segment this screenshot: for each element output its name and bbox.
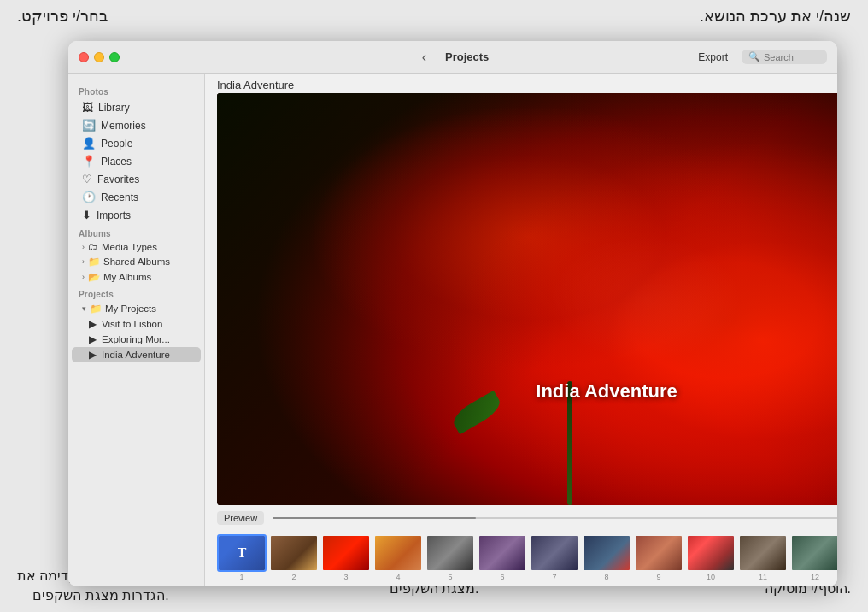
filmstrip-thumb-2[interactable]: [269, 534, 319, 572]
sidebar-item-library[interactable]: 🖼 Library: [72, 98, 201, 116]
back-button[interactable]: ‹: [417, 48, 431, 67]
content-area: India Adventure 44 slides · 2:38m India …: [205, 74, 837, 586]
filmstrip-thumb-10[interactable]: [686, 534, 736, 572]
filmstrip-thumb-5[interactable]: [425, 534, 475, 572]
annotation-top-left: בחר/י פרויקט.: [17, 7, 108, 26]
slide-number: 2: [269, 573, 319, 581]
slide-number: 7: [530, 573, 579, 581]
slide-4-thumbnail: [375, 536, 421, 570]
chevron-icon: ›: [82, 257, 85, 266]
sidebar-item-shared-albums[interactable]: › 📁 Shared Albums: [72, 254, 201, 269]
search-bar[interactable]: 🔍: [742, 50, 827, 64]
sidebar-item-places[interactable]: 📍 Places: [72, 152, 201, 170]
preview-area: India Adventure: [217, 93, 837, 505]
slideshow-icon: ▶: [89, 333, 97, 345]
filmstrip-thumb-7[interactable]: [530, 534, 579, 572]
sidebar-item-label: My Albums: [103, 272, 151, 282]
search-input[interactable]: [764, 52, 824, 62]
sidebar-item-label: Favorites: [97, 174, 139, 185]
maximize-button[interactable]: [109, 52, 120, 62]
slide-number: 3: [321, 573, 371, 581]
sidebar-item-my-projects[interactable]: ▾ 📁 My Projects: [72, 301, 201, 316]
slide-8-thumbnail: [584, 536, 630, 570]
sidebar-item-exploring[interactable]: ▶ Exploring Mor...: [72, 332, 201, 347]
sidebar-item-label: Visit to Lisbon: [102, 319, 162, 329]
filmstrip-slide: 9: [634, 534, 683, 581]
titlebar-center: ‹ Projects: [417, 48, 490, 67]
filmstrip-thumb-8[interactable]: [582, 534, 631, 572]
sidebar-item-media-types[interactable]: › 🗂 Media Types: [72, 240, 201, 254]
slide-number: 12: [790, 573, 837, 581]
filmstrip-slide: 5: [425, 534, 475, 581]
filmstrip-slide: T 1: [217, 534, 267, 581]
slide-number: 8: [582, 573, 631, 581]
traffic-lights: [79, 52, 120, 62]
filmstrip-thumb-1[interactable]: T: [217, 534, 267, 572]
slide-number: 4: [373, 573, 423, 581]
sidebar-item-label: Places: [101, 156, 132, 168]
slide-number: 5: [425, 573, 475, 581]
window-title: Projects: [445, 50, 489, 63]
sidebar-item-my-albums[interactable]: › 📂 My Albums: [72, 269, 201, 285]
sidebar-item-label: Media Types: [102, 242, 157, 252]
favorites-icon: ♡: [82, 173, 92, 185]
sidebar-item-memories[interactable]: 🔄 Memories: [72, 116, 201, 134]
sidebar-item-label: Shared Albums: [103, 256, 170, 267]
flower-overlay: [217, 93, 837, 505]
filmstrip-thumb-9[interactable]: [634, 534, 683, 572]
slideshow-title-overlay: India Adventure: [536, 380, 677, 403]
app-window: ‹ Projects Export 🔍 Photos 🖼 Library 🔄 M…: [68, 41, 837, 586]
project-title: India Adventure: [217, 79, 294, 91]
filmstrip-thumb-4[interactable]: [373, 534, 423, 572]
memories-icon: 🔄: [82, 119, 96, 132]
titlebar: ‹ Projects Export 🔍: [68, 41, 837, 74]
slideshow-icon: ▶: [89, 349, 97, 361]
my-albums-icon: 📂: [88, 271, 100, 283]
sidebar-item-label: People: [101, 138, 132, 150]
sidebar-item-india-adventure[interactable]: ▶ India Adventure: [72, 347, 201, 362]
filmstrip-slide: 10: [686, 534, 736, 581]
filmstrip-thumb-11[interactable]: [738, 534, 788, 572]
slide-5-thumbnail: [427, 536, 473, 570]
slide-9-thumbnail: [636, 536, 682, 570]
close-button[interactable]: [79, 52, 89, 62]
search-icon: 🔍: [748, 51, 760, 62]
filmstrip-thumb-6[interactable]: [478, 534, 527, 572]
shared-albums-icon: 📁: [88, 256, 100, 268]
annotation-top-right: שנה/י את ערכת הנושא.: [700, 7, 851, 26]
sidebar-item-people[interactable]: 👤 People: [72, 134, 201, 152]
titlebar-right: Export 🔍: [693, 50, 827, 65]
sidebar-item-label: Recents: [101, 191, 138, 203]
minimize-button[interactable]: [94, 52, 104, 62]
sidebar-item-recents[interactable]: 🕐 Recents: [72, 188, 201, 206]
filmstrip-thumb-3[interactable]: [321, 534, 371, 572]
filmstrip-thumb-12[interactable]: [790, 534, 837, 572]
sidebar-item-favorites[interactable]: ♡ Favorites: [72, 170, 201, 188]
export-button[interactable]: Export: [693, 50, 733, 65]
photos-section-label: Photos: [68, 82, 204, 98]
slide-number: 9: [634, 573, 683, 581]
project-header: India Adventure 44 slides · 2:38m: [205, 74, 837, 93]
imports-icon: ⬇: [82, 209, 91, 221]
sidebar: Photos 🖼 Library 🔄 Memories 👤 People 📍 P…: [68, 74, 205, 586]
sidebar-item-label: Exploring Mor...: [102, 334, 170, 344]
sidebar-item-label: Library: [98, 102, 130, 114]
slide-number: 11: [738, 573, 788, 581]
slide-number: 1: [217, 573, 267, 581]
sidebar-item-visit-lisbon[interactable]: ▶ Visit to Lisbon: [72, 316, 201, 332]
library-icon: 🖼: [82, 101, 93, 114]
filmstrip: T 1 2 3: [205, 531, 837, 586]
main-area: Photos 🖼 Library 🔄 Memories 👤 People 📍 P…: [68, 74, 837, 586]
sidebar-item-imports[interactable]: ⬇ Imports: [72, 206, 201, 224]
bottom-controls: Preview ▶ ↻: [205, 505, 837, 531]
flower-background: [217, 93, 837, 505]
preview-label: Preview: [217, 511, 264, 525]
projects-section-label: Projects: [68, 285, 204, 301]
filmstrip-slide: 12: [790, 534, 837, 581]
slide-number: 6: [478, 573, 527, 581]
slide-10-thumbnail: [688, 536, 734, 570]
play-progress-bar[interactable]: [273, 517, 837, 519]
chevron-icon: ›: [82, 273, 85, 281]
slide-6-thumbnail: [479, 536, 525, 570]
sidebar-item-label: Memories: [101, 120, 146, 132]
